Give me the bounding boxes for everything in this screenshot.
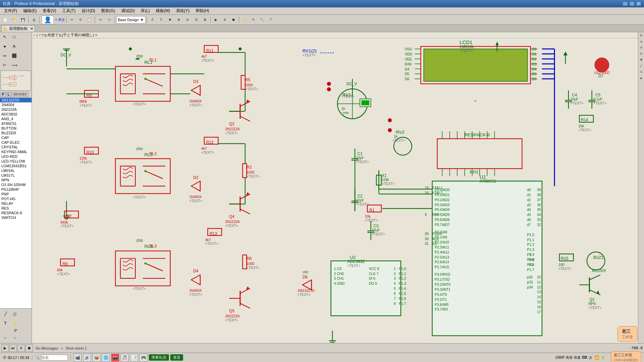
comp-item-lm016l[interactable]: LM016L xyxy=(0,168,32,173)
comp-item-npn[interactable]: NPN xyxy=(0,178,32,182)
zoom-in-button[interactable]: ⊕ xyxy=(175,16,183,24)
rt-rotate-btn[interactable]: ↻ xyxy=(639,33,644,38)
minimize-button[interactable]: — xyxy=(622,1,628,6)
comp-item-cap[interactable]: CAP xyxy=(0,135,32,140)
terminal-tool[interactable]: ⊢ xyxy=(0,60,9,70)
l-button[interactable]: L xyxy=(6,92,11,97)
cross-button[interactable]: ✚ xyxy=(166,16,174,24)
comp-item-pot-hg[interactable]: POT-HG xyxy=(0,196,32,201)
draw-line-tool[interactable]: ╱ xyxy=(1,309,10,319)
comp-item-respack8[interactable]: RESPACK-8 xyxy=(0,211,32,215)
zoom-area-button[interactable]: ⊡ xyxy=(192,16,200,24)
taskbar-icon-3[interactable]: 📦 xyxy=(92,354,100,362)
comp-item-relay[interactable]: RELAY xyxy=(0,201,32,206)
rt-copy-btn[interactable]: ⎘ xyxy=(639,51,644,56)
step-button[interactable]: ⏭ xyxy=(9,345,17,352)
close-button[interactable]: ✕ xyxy=(636,1,641,6)
taskbar-icon-2[interactable]: 🔊 xyxy=(83,354,91,362)
rt-probe-btn[interactable]: ▲ xyxy=(639,75,644,81)
cut-button[interactable]: ✂ xyxy=(68,16,76,24)
taskbar-icon-4[interactable]: 🌐 xyxy=(102,354,110,362)
save-button[interactable]: 💾 xyxy=(19,16,27,24)
comp-item-led-red[interactable]: LED-RED xyxy=(0,154,32,159)
comp-item-crystal[interactable]: CRYSTAL xyxy=(0,145,32,149)
run-button[interactable]: ▶ xyxy=(212,16,220,24)
taskbar-icon-7[interactable]: 📝 xyxy=(130,354,138,362)
comp-item-keypad[interactable]: KEYPAD-SMAL xyxy=(0,149,32,154)
rt-move-btn[interactable]: ✥ xyxy=(639,57,644,62)
menu-library[interactable]: 库(L) xyxy=(138,7,153,14)
menu-graph[interactable]: 图形(G) xyxy=(98,7,118,14)
comp-item-lm317l[interactable]: LM317L xyxy=(0,173,32,178)
stop-button[interactable]: ⏹ xyxy=(229,16,238,24)
menu-debug[interactable]: 调试(D) xyxy=(119,7,138,14)
comp-item-led-yellow[interactable]: LED-YELLOW xyxy=(0,159,32,164)
pause-button[interactable]: ⏸ xyxy=(17,345,25,352)
pan-left-tool[interactable]: ← xyxy=(1,333,10,343)
menu-tools[interactable]: 工具(T) xyxy=(59,7,78,14)
grid-button[interactable]: # xyxy=(148,16,157,24)
taskbar-icon-5[interactable]: 📷 xyxy=(111,354,119,362)
comp-item-pnp[interactable]: PNP xyxy=(0,192,32,196)
danmu-label[interactable]: 弹幕礼仪 xyxy=(149,354,169,361)
component-tool[interactable]: □ xyxy=(9,32,19,42)
help-button[interactable]: ? xyxy=(267,16,275,24)
symbol-tool[interactable]: ⚡ xyxy=(10,319,19,328)
tab-close-icon[interactable]: ✕ xyxy=(30,27,33,31)
search-input[interactable] xyxy=(41,355,68,361)
component-button[interactable]: ⚡ xyxy=(241,16,249,24)
grid-dots-button[interactable]: ⠿ xyxy=(157,16,165,24)
comp-item-and4[interactable]: AND_4 xyxy=(0,117,32,121)
comp-item-switch[interactable]: SWITCH xyxy=(0,215,32,220)
comp-item-buzzer[interactable]: BUZZER xyxy=(0,131,32,135)
undo-button[interactable]: ↩ xyxy=(96,16,104,24)
maximize-button[interactable]: □ xyxy=(629,1,635,6)
open-button[interactable]: 📂 xyxy=(10,16,18,24)
taskbar-icon-8[interactable]: 🎮 xyxy=(139,354,147,362)
canvas-close-btn[interactable]: ✕ xyxy=(474,99,477,103)
draw-box-tool[interactable]: ◻ xyxy=(10,309,19,319)
menu-help[interactable]: 帮助(H) xyxy=(193,7,212,14)
comp-item-lgm[interactable]: LGM12641BS1 xyxy=(0,164,32,168)
junction-tool[interactable]: ● xyxy=(0,42,9,51)
rt-mirror-btn[interactable]: ⇔ xyxy=(639,39,644,44)
annotation-button[interactable]: ✎ xyxy=(249,16,257,24)
pause-button[interactable]: ⏸ xyxy=(221,16,229,24)
rt-label-btn[interactable]: A xyxy=(639,69,644,75)
new-button[interactable]: 📄 xyxy=(1,16,9,24)
pan-right-tool[interactable]: → xyxy=(10,333,19,343)
menu-edit[interactable]: 编辑(E) xyxy=(20,7,39,14)
port-tool[interactable]: ⟶ xyxy=(9,60,19,70)
comp-item-2n2222a[interactable]: 2N2222A xyxy=(0,107,32,112)
comp-item-res[interactable]: RES xyxy=(0,206,32,211)
comp-item-1n4004[interactable]: 1N4004 xyxy=(0,102,32,107)
zoom-out-button[interactable]: ⊖ xyxy=(183,16,191,24)
sub-circuit-tool[interactable]: ⬛ xyxy=(9,51,19,60)
menu-view[interactable]: 查看(V) xyxy=(40,7,59,14)
follow-button[interactable]: + 关注 xyxy=(55,17,65,22)
user-avatar[interactable]: 👤 xyxy=(42,15,54,24)
comp-item-at89c51[interactable]: AT89C51 xyxy=(0,121,32,126)
stop-button[interactable]: ⏹ xyxy=(26,345,33,352)
comp-item-adc0832[interactable]: ADC0832 xyxy=(0,112,32,117)
p-button[interactable]: P xyxy=(1,92,6,97)
tools-button[interactable]: 🔧 xyxy=(258,16,266,24)
menu-template[interactable]: 模板(M) xyxy=(153,7,173,14)
menu-design[interactable]: 设计(D) xyxy=(79,7,98,14)
text-tool[interactable]: T xyxy=(1,319,10,328)
rt-delete-btn[interactable]: ✕ xyxy=(639,45,644,50)
schematic-tab[interactable]: 📐 原理图绘制 ✕ xyxy=(1,25,35,32)
paste-button[interactable]: 📋 xyxy=(85,16,93,24)
rt-wire-btn[interactable]: ╱ xyxy=(639,63,644,69)
comp-item-1m110zs5[interactable]: 1M110ZS5 xyxy=(0,98,32,102)
taskbar-icon-1[interactable]: 📹 xyxy=(74,354,82,362)
comp-item-pg12864f[interactable]: PG12864F xyxy=(0,187,32,192)
redo-button[interactable]: ↪ xyxy=(105,16,113,24)
comp-item-oj[interactable]: OJ-SH-105HM xyxy=(0,182,32,187)
menu-system[interactable]: 系统(Y) xyxy=(173,7,192,14)
comp-item-button[interactable]: BUTTON xyxy=(0,126,32,131)
print-button[interactable]: 🖨 xyxy=(30,16,38,24)
wire-label-tool[interactable]: A xyxy=(9,42,19,51)
comp-item-cap-elec[interactable]: CAP-ELEC xyxy=(0,140,32,145)
copy-button[interactable]: ⎘ xyxy=(77,16,85,24)
